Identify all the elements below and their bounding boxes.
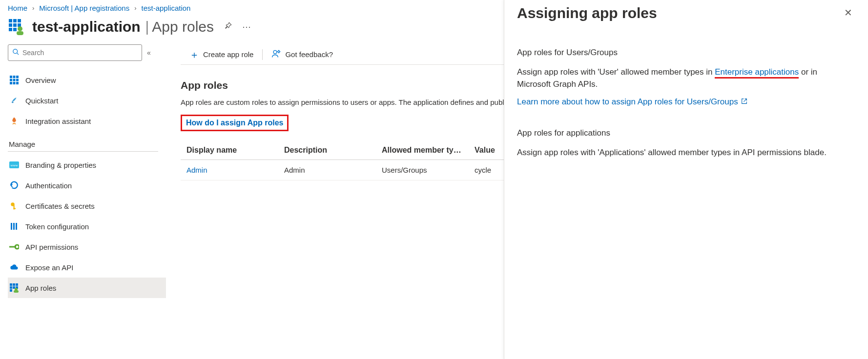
app-name: test-application <box>32 19 141 35</box>
sidebar-item-branding[interactable]: www Branding & properties <box>8 155 166 175</box>
svg-rect-40 <box>14 290 19 293</box>
svg-rect-12 <box>10 76 12 78</box>
feedback-icon <box>271 49 281 60</box>
app-icon <box>8 18 25 36</box>
plus-icon: ＋ <box>189 50 199 60</box>
sidebar-item-authentication[interactable]: Authentication <box>8 175 166 196</box>
pin-icon[interactable] <box>224 21 232 33</box>
sidebar-item-label: API permissions <box>25 243 78 251</box>
svg-rect-34 <box>16 283 18 286</box>
col-display-name[interactable]: Display name <box>181 141 278 160</box>
collapse-sidebar-icon[interactable]: « <box>147 49 151 57</box>
svg-rect-38 <box>10 289 12 292</box>
svg-rect-29 <box>16 223 17 230</box>
sidebar-item-app-roles[interactable]: App roles <box>8 278 166 298</box>
svg-rect-16 <box>13 79 16 81</box>
enterprise-applications-link[interactable]: Enterprise applications <box>715 67 799 79</box>
panel-users-text: Assign app roles with 'User' allowed mem… <box>517 66 852 90</box>
sidebar-item-token[interactable]: Token configuration <box>8 216 166 237</box>
svg-rect-33 <box>13 283 15 286</box>
svg-point-42 <box>278 51 280 53</box>
sidebar-item-label: Expose an API <box>25 263 73 272</box>
feedback-button[interactable]: Got feedback? <box>263 44 342 64</box>
svg-rect-14 <box>16 76 19 78</box>
panel-apps-text: Assign app roles with 'Applications' all… <box>517 147 852 159</box>
auth-icon <box>9 180 20 191</box>
svg-rect-35 <box>10 286 12 289</box>
panel-apps-heading: App roles for applications <box>517 128 852 138</box>
breadcrumb-current[interactable]: test-application <box>142 4 191 12</box>
sidebar-item-label: Certificates & secrets <box>25 202 95 210</box>
sidebar-item-api-permissions[interactable]: API permissions <box>8 237 166 257</box>
svg-rect-13 <box>13 76 16 78</box>
section-name: App roles <box>152 19 214 35</box>
breadcrumb-home[interactable]: Home <box>8 4 27 12</box>
key-icon <box>9 200 20 211</box>
sidebar-item-label: Branding & properties <box>25 161 96 169</box>
svg-text:www: www <box>10 163 18 167</box>
row-member-types: Users/Groups <box>376 160 469 180</box>
panel-users-pre: Assign app roles with 'User' allowed mem… <box>517 67 715 77</box>
close-icon[interactable]: ✕ <box>844 5 852 20</box>
rocket-icon <box>9 116 20 126</box>
sidebar-item-label: Overview <box>25 76 56 84</box>
search-icon <box>12 48 20 57</box>
row-display-name[interactable]: Admin <box>181 160 278 180</box>
svg-line-11 <box>17 53 19 55</box>
sidebar-item-overview[interactable]: Overview <box>8 70 166 90</box>
app-roles-icon <box>9 282 20 293</box>
sidebar-item-label: Token configuration <box>25 222 89 231</box>
more-icon[interactable]: ⋯ <box>242 21 251 32</box>
svg-rect-26 <box>14 208 16 209</box>
toolbar-label: Create app role <box>203 50 253 59</box>
create-app-role-button[interactable]: ＋ Create app role <box>181 44 262 64</box>
how-assign-link[interactable]: How do I assign App roles <box>181 115 289 131</box>
sidebar-item-quickstart[interactable]: Quickstart <box>8 90 166 111</box>
external-link-icon <box>741 98 747 106</box>
sidebar-item-expose-api[interactable]: Expose an API <box>8 257 166 278</box>
title-separator: | <box>145 19 149 35</box>
svg-rect-0 <box>9 19 12 22</box>
svg-rect-9 <box>17 31 23 35</box>
svg-rect-19 <box>13 82 16 84</box>
sidebar-group-manage: Manage <box>8 131 158 152</box>
svg-rect-7 <box>13 28 17 31</box>
sidebar: « Overview Quickstart Integration assist… <box>0 44 166 298</box>
svg-point-8 <box>18 26 22 31</box>
svg-rect-3 <box>9 23 12 27</box>
svg-rect-1 <box>13 19 17 22</box>
sidebar-item-label: Integration assistant <box>25 117 91 125</box>
svg-point-10 <box>13 49 18 54</box>
sidebar-item-certificates[interactable]: Certificates & secrets <box>8 196 166 216</box>
sidebar-item-label: App roles <box>25 284 56 292</box>
quickstart-icon <box>9 95 20 106</box>
chevron-right-icon: › <box>134 4 136 12</box>
svg-point-41 <box>274 50 277 54</box>
svg-point-31 <box>15 245 19 249</box>
panel-users-heading: App roles for Users/Groups <box>517 48 852 58</box>
svg-rect-6 <box>9 28 12 31</box>
expose-api-icon <box>9 262 20 273</box>
row-description: Admin <box>278 160 376 180</box>
learn-more-label: Learn more about how to assign App roles… <box>517 97 738 107</box>
svg-rect-27 <box>11 223 12 230</box>
breadcrumb-app-registrations[interactable]: Microsoft | App registrations <box>39 4 129 12</box>
sidebar-item-integration[interactable]: Integration assistant <box>8 111 166 131</box>
col-allowed-member[interactable]: Allowed member ty… <box>376 141 469 160</box>
api-perm-icon <box>9 241 20 252</box>
learn-more-link[interactable]: Learn more about how to assign App roles… <box>517 97 747 107</box>
search-input[interactable] <box>22 49 138 57</box>
token-icon <box>9 221 20 232</box>
svg-rect-17 <box>16 79 19 81</box>
assigning-roles-panel: Assigning app roles ✕ App roles for User… <box>504 0 868 359</box>
svg-rect-32 <box>10 283 12 286</box>
panel-title: Assigning app roles <box>517 5 657 21</box>
svg-rect-2 <box>18 19 21 22</box>
page-title: test-application | App roles <box>32 19 214 35</box>
svg-rect-28 <box>13 223 15 230</box>
overview-icon <box>9 75 20 85</box>
svg-rect-36 <box>13 286 15 289</box>
col-description[interactable]: Description <box>278 141 376 160</box>
svg-rect-20 <box>16 82 19 84</box>
search-input-wrap[interactable] <box>8 44 142 61</box>
